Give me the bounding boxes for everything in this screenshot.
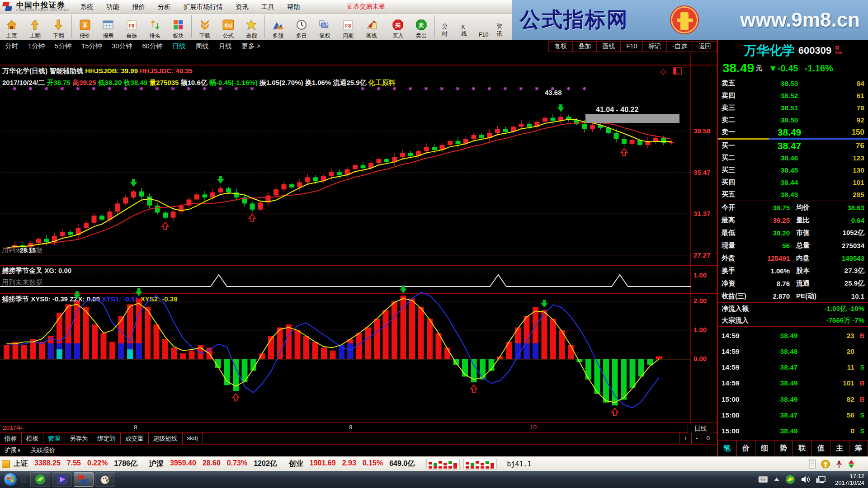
menu-item-功能[interactable]: 功能 <box>100 0 126 14</box>
chartbtn-标记[interactable]: 标记 <box>642 41 667 52</box>
period-1分钟[interactable]: 1分钟 <box>23 42 50 51</box>
toolbar-报价[interactable]: ¥报价 <box>73 14 97 40</box>
quote-level-row[interactable]: 卖三38.5178 <box>718 102 868 114</box>
taskbar-app-media[interactable] <box>52 472 72 487</box>
period-15分钟[interactable]: 15分钟 <box>76 42 107 51</box>
toolbar-mini-分时[interactable]: 分时 <box>438 23 458 38</box>
quote-tab-细[interactable]: 细 <box>755 441 774 456</box>
toolbar-复权[interactable]: 复权 <box>313 14 337 40</box>
tab-超级短线[interactable]: 超级短线 <box>148 433 183 444</box>
zoom-reset[interactable]: 0 <box>702 433 714 444</box>
tab-模板[interactable]: 模板 <box>21 433 43 444</box>
index-上证[interactable]: 上证3388.257.550.22%1786亿 <box>14 459 137 469</box>
quote-level-row[interactable]: 卖一38.49150 <box>718 126 868 138</box>
menu-item-扩展市场行情[interactable]: 扩展市场行情 <box>177 0 229 14</box>
toolbar-报表[interactable]: 报表 <box>97 14 120 40</box>
quote-level-row[interactable]: 卖五38.5384 <box>718 77 868 89</box>
toolbar-选股[interactable]: 选股 <box>240 14 264 40</box>
quote-level-row[interactable]: 买五38.43285 <box>718 188 868 201</box>
quote-tab-势[interactable]: 势 <box>774 441 793 456</box>
toolbar-周期[interactable]: F8周期 <box>336 14 360 40</box>
toolbar-下翻[interactable]: 下翻 <box>47 14 70 40</box>
period-5分钟[interactable]: 5分钟 <box>50 42 76 51</box>
toolbar-公式[interactable]: f(x)公式 <box>217 14 240 40</box>
market-minibars-icon[interactable] <box>463 459 497 469</box>
quote-level-row[interactable]: 买一38.4776 <box>718 140 868 152</box>
quote-tab-主[interactable]: 主 <box>830 441 849 456</box>
tab-关联报价[interactable]: 关联报价 <box>26 445 60 456</box>
period-周线[interactable]: 周线 <box>191 42 214 51</box>
quote-tab-值[interactable]: 值 <box>811 441 831 456</box>
tab-管理[interactable]: 管理 <box>43 433 65 444</box>
quote-tab-筹[interactable]: 筹 <box>849 441 868 456</box>
ad-banner[interactable]: 公式指标网 www.9m8.cn <box>512 0 868 40</box>
period-30分钟[interactable]: 30分钟 <box>107 42 137 51</box>
toolbar-主页[interactable]: 主页 <box>0 14 24 40</box>
menu-item-系统[interactable]: 系统 <box>74 0 100 14</box>
quote-tab-笔[interactable]: 笔 <box>717 441 737 456</box>
kline-chart[interactable]: 39.5835.4731.3727.27✱✱✱✱✱✱✱✱✱✱✱✱✱✱✱✱✱✱✱✱… <box>0 53 717 422</box>
start-button[interactable] <box>4 473 17 486</box>
chartbtn-F10[interactable]: F10 <box>620 41 643 52</box>
toolbar-下载[interactable]: 下载 <box>193 14 217 40</box>
network-icon[interactable] <box>816 475 827 484</box>
period-更多 >[interactable]: 更多 > <box>237 42 266 51</box>
toolbar-mini-F10[interactable]: F10 <box>475 32 493 38</box>
tab-指标[interactable]: 指标 <box>0 433 22 444</box>
period-分时[interactable]: 分时 <box>0 42 23 51</box>
period-月线[interactable]: 月线 <box>214 42 237 51</box>
toolbar-多股[interactable]: 多股 <box>266 14 290 40</box>
quote-tab-联[interactable]: 联 <box>793 441 812 456</box>
taskbar-grip[interactable]: ∷∷∷∷ <box>21 476 27 483</box>
tab-skdj[interactable]: skdj <box>182 433 203 444</box>
period-indicator-button[interactable]: 日线 <box>688 424 713 434</box>
toolbar-多日[interactable]: 多日 <box>290 14 313 40</box>
quote-level-row[interactable]: 买四38.44101 <box>718 176 868 188</box>
tray-expand-icon[interactable] <box>774 477 780 482</box>
toolbar-卖出[interactable]: 卖卖出 <box>410 14 433 40</box>
volume-icon[interactable] <box>801 475 811 483</box>
taskbar-clock[interactable]: 17:12 2017/10/24 <box>835 473 864 486</box>
menu-item-分析[interactable]: 分析 <box>151 0 177 14</box>
toolbar-买入[interactable]: 买买入 <box>387 14 410 40</box>
index-沪深[interactable]: 沪深3959.4028.600.73%1202亿 <box>149 459 277 469</box>
toolbar-画线[interactable]: 画线 <box>360 14 383 40</box>
tab-扩展∧[interactable]: 扩展∧ <box>0 445 26 456</box>
chartbtn-叠加[interactable]: 叠加 <box>572 41 597 52</box>
keyboard-icon[interactable] <box>758 476 768 483</box>
toolbar-板块[interactable]: 板块 <box>167 14 190 40</box>
zoom-in[interactable]: + <box>679 433 692 444</box>
antivirus-icon[interactable] <box>785 474 795 484</box>
chartbtn-返回[interactable]: 返回 <box>693 41 717 52</box>
quote-level-row[interactable]: 卖二38.5092 <box>718 114 868 126</box>
period-60分钟[interactable]: 60分钟 <box>137 42 167 51</box>
chartbtn-画线[interactable]: 画线 <box>596 41 621 52</box>
zoom-out[interactable]: - <box>691 433 703 444</box>
quote-tab-价[interactable]: 价 <box>736 441 756 456</box>
upgrade-icon[interactable] <box>821 460 830 469</box>
chartbtn--自选[interactable]: -自选 <box>666 41 693 52</box>
quote-level-row[interactable]: 买二38.46123 <box>718 152 868 164</box>
quote-level-row[interactable]: 卖四38.5261 <box>718 89 868 102</box>
toolbar-mini-K线[interactable]: K线 <box>457 24 475 38</box>
menu-item-报价[interactable]: 报价 <box>126 0 151 14</box>
antenna-icon[interactable] <box>835 460 844 469</box>
tab-另存为[interactable]: 另存为 <box>65 433 93 444</box>
toolbar-自选[interactable]: F6自选 <box>120 14 143 40</box>
tab-成交量[interactable]: 成交量 <box>120 433 149 444</box>
taskbar-app-trading[interactable] <box>74 472 94 487</box>
taskbar-app-browser[interactable] <box>30 472 50 487</box>
toolbar-上翻[interactable]: 上翻 <box>24 14 47 40</box>
taskbar-app-paint[interactable] <box>95 472 115 487</box>
period-日线[interactable]: 日线 <box>168 42 191 51</box>
chartbtn-复权[interactable]: 复权 <box>548 41 573 52</box>
menu-item-工具[interactable]: 工具 <box>255 0 281 14</box>
menu-item-帮助[interactable]: 帮助 <box>281 0 307 14</box>
toolbar-mini-资讯[interactable]: 资讯 <box>492 23 512 38</box>
chart-region[interactable]: 39.5835.4731.3727.27✱✱✱✱✱✱✱✱✱✱✱✱✱✱✱✱✱✱✱✱… <box>0 53 717 433</box>
market-minibars-icon[interactable] <box>426 459 460 469</box>
tab-绑定到[interactable]: 绑定到 <box>93 433 121 444</box>
index-创业[interactable]: 创业1901.692.930.15%649.0亿 <box>289 459 415 469</box>
quote-level-row[interactable]: 买三38.45130 <box>718 164 868 176</box>
toolbar-排名[interactable]: 排名 <box>143 14 167 40</box>
